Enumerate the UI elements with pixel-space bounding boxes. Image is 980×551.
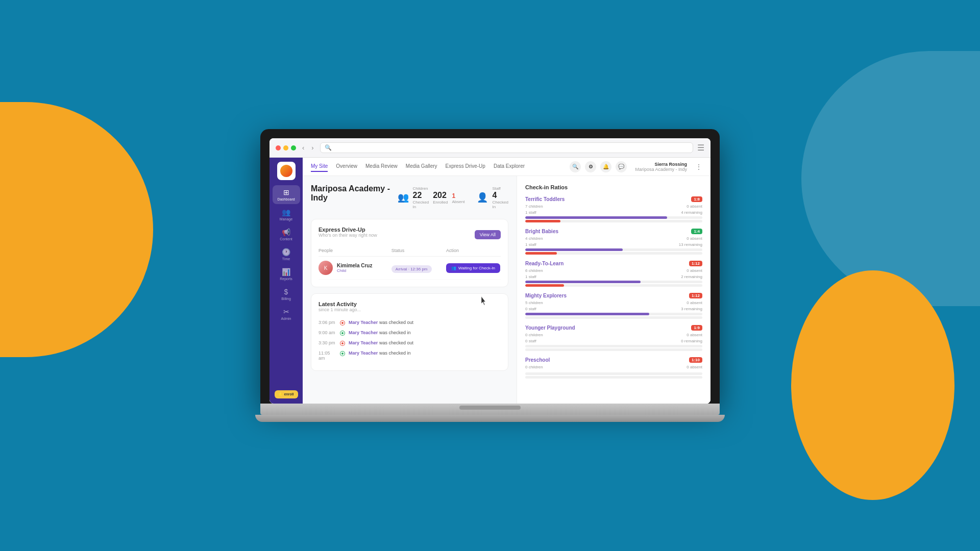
waiting-checkin-button[interactable]: 👥 Waiting for Check-In [446,263,500,273]
children-icon: 👥 [398,192,409,203]
children-bar-track [525,281,702,283]
children-bar-row [525,345,702,347]
ratio-room-name[interactable]: Bright Babies [525,229,558,234]
children-bar-fill [525,281,641,283]
ratio-room-name[interactable]: Preschool [525,357,550,363]
children-count: 5 children [525,300,543,305]
sidebar-item-dashboard[interactable]: ⊞ Dashboard [273,185,300,204]
express-drive-up-header: Express Drive-Up Who's on their way righ… [318,227,501,243]
sidebar-item-manage[interactable]: 👥 Manage [273,205,300,224]
activity-person[interactable]: Mary Teacher [349,350,378,356]
staff-stats: 👤 Staff 4 Checked In [477,186,508,209]
activity-time: 3:30 pm [318,340,336,345]
status-cell: Arrival · 12:36 pm [391,263,446,272]
nav-data-explorer[interactable]: Data Explorer [494,161,525,172]
top-nav: My Site Overview Media Review Media Gall… [303,158,710,176]
back-button[interactable]: ‹ [300,143,306,153]
activity-item: 3:30 pm Mary Teacher was checked out [318,338,501,348]
avatar: K [318,261,333,275]
staff-icon: 👤 [477,192,488,203]
staff-bar-track [525,284,702,287]
nav-overview[interactable]: Overview [336,161,357,172]
col-action: Action [446,248,501,253]
col-status: Status [391,248,446,253]
activity-person[interactable]: Mary Teacher [349,340,378,345]
ratio-room-name[interactable]: Terrific Toddlers [525,196,565,202]
close-button[interactable] [276,145,281,151]
enroll-button[interactable]: ⭐ enroll [275,390,298,398]
activity-person[interactable]: Mary Teacher [349,330,378,335]
app-layout: ⊞ Dashboard 👥 Manage 📢 Content 🕐 Time [270,158,710,404]
nav-more-button[interactable]: ⋮ [695,163,702,171]
ratio-item: Mighty Explorers 1:12 5 children 0 absen… [525,293,702,319]
absent-count: 0 absent [687,333,702,337]
children-values: 22 Checked In 202 Enrolled [413,191,465,209]
activity-text: Mary Teacher was checked out [349,320,413,325]
nav-my-site[interactable]: My Site [311,161,328,172]
person-cell: K Kimimela Cruz Child [318,261,391,275]
children-bar-fill [525,248,623,251]
sidebar-label-manage: Manage [280,217,292,221]
view-all-button[interactable]: View All [475,230,501,239]
ratio-bars [525,372,702,379]
browser-menu-button[interactable]: ☰ [697,143,704,153]
staff-bar-row [525,376,702,379]
ratio-room-name[interactable]: Younger Playground [525,325,575,331]
sidebar: ⊞ Dashboard 👥 Manage 📢 Content 🕐 Time [270,158,303,404]
settings-nav-icon[interactable]: ⚙ [585,161,596,172]
sidebar-item-billing[interactable]: $ Billing [273,285,300,304]
ratio-bars [525,248,702,255]
ratio-stats-2: 1 staff 2 remaining [525,274,702,279]
activity-time: 9:00 am [318,330,336,335]
ratio-stats-2: 0 staff 3 remaining [525,307,702,311]
messages-icon[interactable]: 💬 [616,161,627,172]
ratio-header: Younger Playground 1:9 [525,325,702,331]
activity-dot [340,321,345,325]
sidebar-item-content[interactable]: 📢 Content [273,225,300,244]
children-bar-fill [525,216,667,219]
activity-time: 3:06 pm [318,320,336,325]
ratio-header: Mighty Explorers 1:12 [525,293,702,298]
staff-checked-in-count: 4 [492,191,508,200]
ratio-room-name[interactable]: Ready-To-Learn [525,261,564,266]
table-header: People Status Action [318,245,501,257]
ratio-room-name[interactable]: Mighty Explorers [525,293,567,298]
ratio-badge: 1:8 [691,196,702,202]
right-panel: Check-in Ratios Terrific Toddlers 1:8 7 … [517,176,710,404]
sidebar-item-time[interactable]: 🕐 Time [273,245,300,264]
laptop-base [260,404,720,415]
ratio-bars [525,345,702,351]
col-people: People [318,248,391,253]
app-logo[interactable] [277,162,296,180]
forward-button[interactable]: › [309,143,315,153]
person-role: Child [337,268,372,273]
children-count: 6 children [525,268,543,273]
sidebar-label-reports: Reports [280,277,292,281]
sidebar-label-content: Content [280,237,292,241]
activity-text: Mary Teacher was checked in [349,350,410,356]
children-bar-row [525,372,702,375]
sidebar-label-billing: Billing [281,297,291,300]
nav-media-gallery[interactable]: Media Gallery [406,161,437,172]
latest-activity-title: Latest Activity [318,301,501,307]
sidebar-item-reports[interactable]: 📊 Reports [273,265,300,284]
activity-person[interactable]: Mary Teacher [349,320,378,325]
search-nav-icon[interactable]: 🔍 [570,161,581,172]
ratio-badge: 1:12 [689,293,702,298]
minimize-button[interactable] [283,145,288,151]
laptop-bottom [255,415,725,422]
notification-icon[interactable]: 🔔 [600,161,611,172]
activity-time: 11:05 am [318,350,336,361]
address-bar[interactable]: 🔍 [320,142,693,153]
nav-user-name: Sierra Rossing [635,162,687,167]
ratio-badge: 1:10 [689,357,702,363]
staff-bar-track [525,348,702,351]
ratio-header: Bright Babies 1:4 [525,229,702,234]
nav-express-drive-up[interactable]: Express Drive-Up [446,161,485,172]
check-in-ratios-title: Check-in Ratios [525,184,702,190]
nav-media-review[interactable]: Media Review [365,161,398,172]
absent-count: 0 absent [687,204,702,209]
sidebar-item-admin[interactable]: ✂ Admin [273,305,300,323]
maximize-button[interactable] [291,145,296,151]
children-stats: 👥 Children 22 Checked In [398,186,465,209]
